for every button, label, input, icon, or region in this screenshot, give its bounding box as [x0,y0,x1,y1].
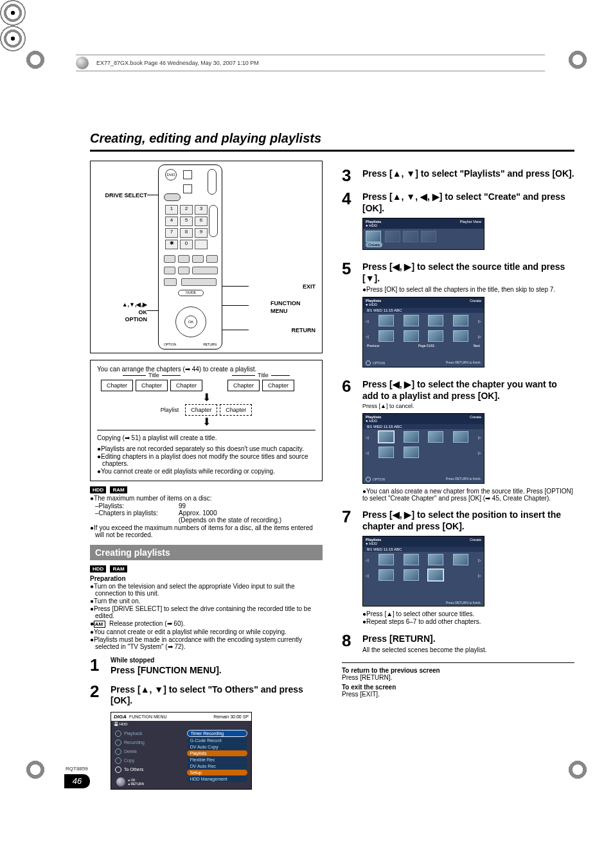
thumb-icon [404,569,419,581]
thumb-placeholder-icon [385,231,400,242]
nav-ring-icon: OK [175,306,206,337]
key-3: 3 [195,205,208,215]
depends-note: (Depends on the state of recording.) [179,517,323,524]
diagram-note: ●Playlists are not recorded separately s… [97,445,315,452]
chapter-cell: Chapter [136,380,168,391]
key-gcode-icon [195,240,208,249]
others-icon [115,766,121,773]
delete-icon [115,748,121,755]
step-sub: Press [▲] to cancel. [362,403,574,409]
thumb-icon [378,569,394,581]
key-0: 0 [180,240,193,249]
prep-item: ●Turn on the television and select the a… [90,583,323,597]
chapters-value: Approx. 1000 [179,509,217,517]
crop-mark-icon [568,50,587,69]
step-number: 2 [90,683,104,790]
av-button-icon [183,184,192,193]
play-icon [115,731,121,737]
transport-btn-icon [164,255,175,263]
exit-screen-text: Press [EXIT]. [342,691,574,698]
book-orb-icon [76,57,89,69]
registration-mark-icon [0,26,26,51]
page-number-badge: 46 [64,774,90,788]
thumb-icon [378,554,394,565]
thumb-icon [378,330,394,342]
exit-btn-icon [181,278,217,286]
thumb-icon [428,554,443,565]
playlist-chapter-cell: Chapter [185,404,217,416]
step-number: 4 [342,190,356,254]
registration-mark-icon [0,0,26,26]
fm-item: Timer Recording [187,730,247,737]
chapter-cell: Chapter [170,380,202,391]
key-9: 9 [195,228,208,238]
disc-limits-intro: ●The maximum number of items on a disc: [90,495,323,502]
diagram-note: ●Editing chapters in a playlist does not… [97,453,315,467]
fm-item: DV Auto Rec [187,763,247,769]
create-source-screenshot: Playlists● HDDCreate 8/1 WED 11:15 ABC ◁… [362,297,484,368]
key-1: 1 [165,205,178,215]
nav-ball-icon [366,477,371,482]
step-3: 3 Press [▲, ▼] to select "Playlists" and… [342,167,574,184]
create-chapter-screenshot: Playlists● HDDCreate 8/1 WED 11:15 ABC ◁… [362,413,484,484]
ok-button-icon: OK [184,315,197,328]
step-2: 2 Press [▲, ▼] to select "To Others" and… [90,683,323,790]
play-btn-icon [192,267,218,274]
step-title: Press [◀, ▶] to select the position to i… [362,509,574,532]
playlist-concept-diagram: You can arrange the chapters (➡ 44) to c… [90,360,323,481]
step-after-note: ●Press [▲] to select other source titles… [362,610,574,617]
prep-item: ●You cannot create or edit a playlist wh… [90,628,323,635]
hdd-tag: HDD [90,486,106,493]
step-title: Press [◀, ▶] to select the chapter you w… [362,379,574,402]
fm-item: Setup [187,770,247,775]
thumb-icon [428,315,443,326]
tv-button-icon [183,170,192,179]
thumb-selected-icon [378,431,394,443]
playlist-view-screenshot: Playlists● HDDPlaylist View Create [362,218,484,250]
return-screen-heading: To return to the previous screen [342,667,574,674]
label-exit: EXIT [303,283,315,291]
step-after-note: ●Repeat steps 6–7 to add other chapters. [362,618,574,625]
transport-btn-icon [178,255,190,263]
nav-ball-icon [116,777,125,786]
step-title: Press [◀, ▶] to select the source title … [362,261,574,284]
step-title: Press [RETURN]. [362,633,574,645]
step-5: 5 Press [◀, ▶] to select the source titl… [342,260,574,371]
step-sub: All the selected scenes become the playl… [362,646,574,653]
step-7: 7 Press [◀, ▶] to select the position to… [342,508,574,626]
thumb-icon [378,315,394,326]
fm-item: HDD Management [187,776,247,782]
return-screen-text: Press [RETURN]. [342,674,574,681]
fm-item: Playlists [187,750,247,756]
step-number: 8 [342,632,356,653]
crop-mark-icon [568,760,587,779]
step-4: 4 Press [▲, ▼, ◀, ▶] to select "Create" … [342,190,574,254]
step-8: 8 Press [RETURN]. All the selected scene… [342,632,574,653]
step-6: 6 Press [◀, ▶] to select the chapter you… [342,378,574,502]
fm-item: G-Code Record [187,738,247,743]
remote-diagram: DRIVE SELECT ▲,▼,◀,▶ OK OPTION EXIT FUNC… [90,161,323,353]
label-function-menu: FUNCTION MENU [271,300,315,315]
key-star-icon: ✱ [165,240,178,249]
step-title: Press [▲, ▼] to select "Playlists" and p… [362,168,574,180]
thumb-icon [404,431,419,443]
create-pill: Create [366,242,382,247]
book-header: EX77_87GX.book Page 46 Wednesday, May 30… [76,55,545,71]
thumb-icon [404,554,419,565]
rec-icon [115,740,121,746]
ram-tag: RAM [110,565,127,572]
chapter-cell: Chapter [101,380,133,391]
key-8: 8 [180,228,193,238]
doc-code: RQT8859 [66,766,88,772]
thumb-icon [366,231,381,242]
transport-btn-icon [206,255,218,263]
key-4: 4 [165,217,178,226]
chapters-label: –Chapters in playlists: [95,509,179,517]
numeric-keypad: 1 2 3 4 5 6 7 8 9 ✱ 0 [165,205,208,249]
ms-date: 8/1 WED 11:15 ABC [363,547,484,552]
step-lead: While stopped [111,657,323,664]
copy-icon [115,757,121,764]
thumb-icon [428,431,443,443]
step-number: 5 [342,260,356,371]
thumb-icon [378,447,394,458]
